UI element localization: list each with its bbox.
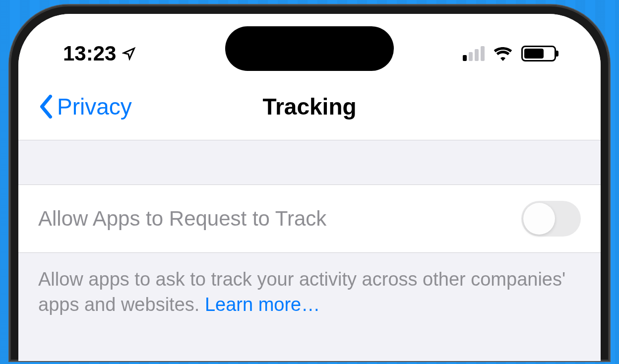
status-time: 13:23 bbox=[63, 42, 116, 65]
learn-more-link[interactable]: Learn more… bbox=[205, 294, 320, 315]
chevron-left-icon bbox=[38, 95, 54, 119]
dynamic-island bbox=[225, 26, 394, 71]
back-button[interactable]: Privacy bbox=[38, 93, 132, 120]
wifi-icon bbox=[493, 46, 513, 61]
toggle-knob bbox=[523, 203, 555, 235]
back-label: Privacy bbox=[57, 93, 132, 120]
tracking-toggle[interactable] bbox=[521, 201, 581, 237]
tracking-toggle-row[interactable]: Allow Apps to Request to Track bbox=[18, 185, 601, 253]
status-bar: 13:23 bbox=[18, 14, 601, 78]
phone-frame: 13:23 bbox=[9, 5, 610, 361]
status-bar-right bbox=[463, 46, 556, 61]
location-arrow-icon bbox=[122, 47, 136, 61]
status-bar-left: 13:23 bbox=[63, 42, 136, 65]
page-title: Tracking bbox=[262, 93, 356, 120]
tracking-toggle-label: Allow Apps to Request to Track bbox=[38, 207, 326, 231]
section-spacer bbox=[18, 140, 601, 185]
tracking-description: Allow apps to ask to track your activity… bbox=[18, 253, 601, 332]
navigation-bar: Privacy Tracking bbox=[18, 78, 601, 140]
cellular-signal-icon bbox=[463, 46, 485, 61]
phone-screen: 13:23 bbox=[18, 14, 601, 361]
battery-icon bbox=[521, 46, 556, 61]
